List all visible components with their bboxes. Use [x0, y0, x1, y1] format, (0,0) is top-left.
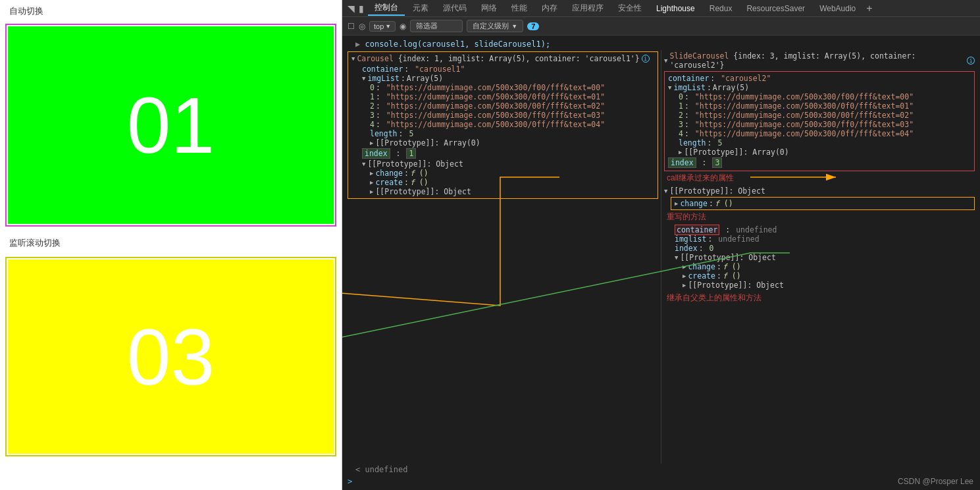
imglist2-expand[interactable]: ▼	[668, 84, 671, 91]
proto-obj2-row: ▶ [[Prototype]]: Object	[351, 187, 654, 196]
create-expand[interactable]: ▶	[370, 179, 373, 186]
img0-row: 0: "https://dummyimage.com/500x300/f00/f…	[351, 83, 654, 92]
change-expand[interactable]: ▶	[370, 170, 373, 177]
tab-webaudio[interactable]: WebAudio	[813, 3, 862, 14]
expand-arrow: ▶	[355, 40, 365, 49]
level-dropdown-icon: ▼	[511, 23, 517, 30]
left-panel: 自动切换 01 监听滚动切换 03	[0, 0, 342, 490]
proto3-obj-row: ▼ [[Prototype]]: Object	[664, 253, 975, 262]
proto-obj-row: ▼ [[Prototype]]: Object	[351, 159, 654, 169]
change3-expand[interactable]: ▶	[683, 263, 686, 270]
carousel1-index-row: index : 1	[351, 149, 654, 158]
devtools-toolbar2: ☐ ◎ top ▼ ◉ 筛选器 自定义级别 ▼ 7	[342, 17, 980, 36]
devtools-topbar: ◥ ▮ 控制台 元素 源代码 网络 性能 内存 应用程序 安全性 Lightho…	[342, 0, 980, 17]
auto-section-label-area: 自动切换	[0, 0, 342, 20]
img2-2-row: 2: "https://dummyimage.com/500x300/00f/f…	[668, 111, 971, 120]
proto-array-row: ▶ [[Prototype]]: Array(0)	[351, 138, 654, 148]
carousel1-header-text: Carousel {index: 1, imglist: Array(5), c…	[357, 54, 639, 63]
proto3-obj-expand[interactable]: ▼	[675, 254, 678, 261]
carousel1-info-icon: i	[642, 55, 650, 63]
tab-application[interactable]: 应用程序	[565, 1, 610, 15]
carousel1-orange-box: ▼ Carousel {index: 1, imglist: Array(5),…	[348, 51, 658, 199]
tab-resourcessaver[interactable]: ResourcesSaver	[740, 3, 812, 14]
length2-row: length: 5	[668, 138, 971, 148]
carousel1-imglist-row: ▼ imgList: Array(5)	[351, 74, 654, 83]
auto-carousel-box: 01	[8, 26, 334, 224]
scroll-carousel-box: 03	[8, 259, 334, 454]
imglist-expand[interactable]: ▼	[362, 75, 365, 82]
auto-slide-number: 01	[127, 80, 215, 171]
tab-memory[interactable]: 内存	[535, 1, 564, 15]
change2-expand[interactable]: ▶	[675, 200, 678, 207]
top-dropdown-icon: ▼	[385, 23, 391, 30]
carousel2-imglist-row: ▼ imgList: Array(5)	[668, 83, 971, 92]
change2-row: ▶ change: f ()	[675, 199, 971, 208]
annotation-overridden: 重写的方法	[667, 211, 975, 223]
proto-obj-expand[interactable]: ▼	[362, 161, 365, 167]
index-zero-row: index: 0	[664, 244, 975, 253]
carousel2-header-row: ▼ SlideCarousel {index: 3, imglist: Arra…	[664, 51, 975, 70]
scroll-section-label: 监听滚动切换	[5, 234, 336, 250]
console-content: ▶ console.log(carousel1, slideCarousel1)…	[342, 36, 980, 490]
add-tab-icon[interactable]: +	[866, 3, 872, 14]
carousel2-inherited-box: container: "carousel2" ▼ imgList: Array(…	[664, 71, 975, 171]
mobile-icon[interactable]: ▮	[359, 3, 364, 14]
proto4-obj-expand[interactable]: ▶	[683, 282, 686, 288]
create2-row: ▶ create: f ()	[664, 271, 975, 281]
prompt-line[interactable]: >	[342, 476, 980, 487]
create-row: ▶ create: f ()	[351, 178, 654, 187]
carousel2-column: ▼ SlideCarousel {index: 3, imglist: Arra…	[661, 50, 977, 464]
scroll-section-label-area: 监听滚动切换	[0, 232, 342, 252]
create2-expand[interactable]: ▶	[683, 273, 686, 279]
proto2-obj-expand[interactable]: ▼	[664, 188, 667, 194]
carousel1-expand-icon[interactable]: ▼	[351, 55, 355, 62]
console-log-line: ▶ console.log(carousel1, slideCarousel1)…	[342, 38, 980, 50]
level-button[interactable]: 自定义级别 ▼	[467, 20, 523, 32]
tab-redux[interactable]: Redux	[703, 3, 739, 14]
carousel1-container-row: container: "carousel1"	[351, 65, 654, 74]
annotation-call-inherited: call继承过来的属性	[667, 173, 975, 184]
tab-performance[interactable]: 性能	[505, 1, 534, 15]
filter-icon[interactable]: ◎	[359, 22, 365, 31]
prompt-symbol: >	[348, 477, 352, 486]
level-label: 自定义级别	[473, 21, 509, 31]
tab-sources[interactable]: 源代码	[436, 1, 473, 15]
console-log-text: console.log(carousel1, slideCarousel1);	[365, 40, 550, 49]
change3-row: ▶ change: f ()	[664, 262, 975, 271]
img2-0-row: 0: "https://dummyimage.com/500x300/f00/f…	[668, 92, 971, 101]
count-badge: 7	[527, 22, 539, 30]
carousel2-info-icon: i	[967, 57, 975, 65]
tab-security[interactable]: 安全性	[611, 1, 648, 15]
tab-console[interactable]: 控制台	[368, 1, 405, 16]
count-value: 7	[531, 22, 535, 30]
inspect-icon[interactable]: ◥	[348, 3, 355, 14]
proto2-expand[interactable]: ▶	[679, 149, 682, 155]
img2-1-row: 1: "https://dummyimage.com/500x300/0f0/f…	[668, 101, 971, 111]
img3-row: 3: "https://dummyimage.com/500x300/ff0/f…	[351, 111, 654, 120]
imglist-undefined-row: imglist: undefined	[664, 234, 975, 244]
filter-box[interactable]: 筛选器	[410, 20, 463, 32]
overridden-box: ▶ change: f ()	[671, 197, 975, 210]
tab-network[interactable]: 网络	[475, 1, 503, 15]
tab-elements[interactable]: 元素	[406, 1, 435, 15]
eye-icon[interactable]: ◉	[400, 22, 406, 31]
objects-container: ▼ Carousel {index: 1, imglist: Array(5),…	[342, 50, 980, 464]
credit-text: CSDN @Prosper Lee	[898, 477, 973, 486]
img1-row: 1: "https://dummyimage.com/500x300/0f0/f…	[351, 92, 654, 101]
tab-lighthouse[interactable]: Lighthouse	[650, 3, 702, 14]
carousel1-header-row: ▼ Carousel {index: 1, imglist: Array(5),…	[351, 54, 654, 63]
top-badge[interactable]: top ▼	[369, 21, 396, 32]
annotation-inherited-parent: 继承自父类上的属性和方法	[667, 292, 975, 304]
proto-expand[interactable]: ▶	[370, 140, 373, 146]
clear-console-icon[interactable]: ☐	[348, 22, 355, 31]
top-label: top	[374, 22, 384, 30]
proto-obj2-expand[interactable]: ▶	[370, 188, 373, 195]
length-row: length: 5	[351, 129, 654, 138]
proto2-obj-row: ▼ [[Prototype]]: Object	[664, 186, 975, 196]
devtools-panel: ◥ ▮ 控制台 元素 源代码 网络 性能 内存 应用程序 安全性 Lightho…	[342, 0, 980, 490]
change-row: ▶ change: f ()	[351, 169, 654, 178]
carousel2-expand-icon[interactable]: ▼	[664, 57, 667, 64]
proto4-obj-row: ▶ [[Prototype]]: Object	[664, 281, 975, 290]
scroll-carousel-section: 03	[5, 257, 336, 456]
carousel2-index-row: index : 3	[668, 158, 971, 167]
